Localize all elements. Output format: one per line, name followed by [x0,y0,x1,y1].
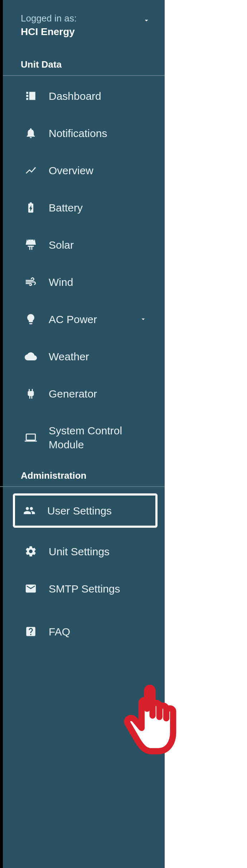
sidebar-item-unit-settings[interactable]: Unit Settings [0,533,165,570]
sidebar-item-system-control-module[interactable]: System Control Module [0,412,165,463]
sidebar-item-battery[interactable]: Battery [3,189,165,226]
sidebar-item-weather[interactable]: Weather [0,338,165,375]
sidebar-item-overview[interactable]: Overview [3,152,165,189]
laptop-icon [24,430,38,445]
plug-icon [24,386,38,401]
chart-line-icon [24,163,38,177]
sidebar-item-generator[interactable]: Generator [0,375,165,412]
sidebar-item-label: AC Power [49,312,140,326]
sidebar-item-label: Dashboard [49,89,147,103]
svg-rect-3 [29,92,35,100]
login-prefix: Logged in as: [21,13,77,24]
lightbulb-icon [24,312,38,326]
sidebar-item-label: Generator [49,387,147,401]
login-text: Logged in as: HCI Energy [21,13,77,38]
cloud-icon [24,349,38,364]
section-header-unit-data: Unit Data [3,59,165,76]
login-block[interactable]: Logged in as: HCI Energy [3,0,165,59]
nav-group-unit-data: Dashboard Notifications Overview Battery [3,76,165,463]
users-icon [22,503,37,518]
svg-rect-0 [26,92,28,94]
sidebar-item-label: SMTP Settings [49,582,147,596]
sidebar-item-dashboard[interactable]: Dashboard [3,77,165,114]
sidebar-item-ac-power[interactable]: AC Power [0,301,165,338]
sidebar-item-label: Unit Settings [49,545,147,559]
svg-rect-1 [26,95,28,97]
wind-icon [24,275,38,289]
caret-down-icon[interactable] [142,16,150,26]
sidebar-item-wind[interactable]: Wind [3,263,165,301]
sidebar-item-user-settings[interactable]: User Settings [13,493,158,528]
pointer-hand-annotation [121,683,203,766]
battery-icon [24,200,38,215]
sidebar-item-label: Notifications [49,126,147,140]
sidebar-item-label: Overview [49,164,147,177]
sidebar-item-label: User Settings [47,504,148,518]
svg-rect-2 [26,98,28,100]
caret-down-icon[interactable] [140,313,147,325]
sidebar-item-label: Weather [49,350,147,364]
sidebar: Logged in as: HCI Energy Unit Data Dashb… [0,0,165,868]
nav-group-administration: User Settings Unit Settings SMTP Setting… [0,487,165,650]
solar-panel-icon [24,238,38,252]
login-user: HCI Energy [21,26,77,38]
sidebar-item-solar[interactable]: Solar [3,226,165,263]
mail-icon [24,581,38,596]
sidebar-item-notifications[interactable]: Notifications [3,114,165,152]
help-icon [24,624,38,639]
section-header-administration: Administration [0,470,165,487]
sidebar-item-label: Battery [49,201,147,215]
bell-icon [24,126,38,140]
sidebar-item-label: Solar [49,238,147,252]
sidebar-item-faq[interactable]: FAQ [0,607,165,650]
sidebar-item-label: System Control Module [49,424,147,452]
sidebar-item-label: FAQ [49,625,147,639]
sidebar-item-smtp-settings[interactable]: SMTP Settings [0,570,165,607]
dashboard-icon [24,89,38,103]
gear-icon [24,544,38,559]
sidebar-item-label: Wind [49,275,147,289]
